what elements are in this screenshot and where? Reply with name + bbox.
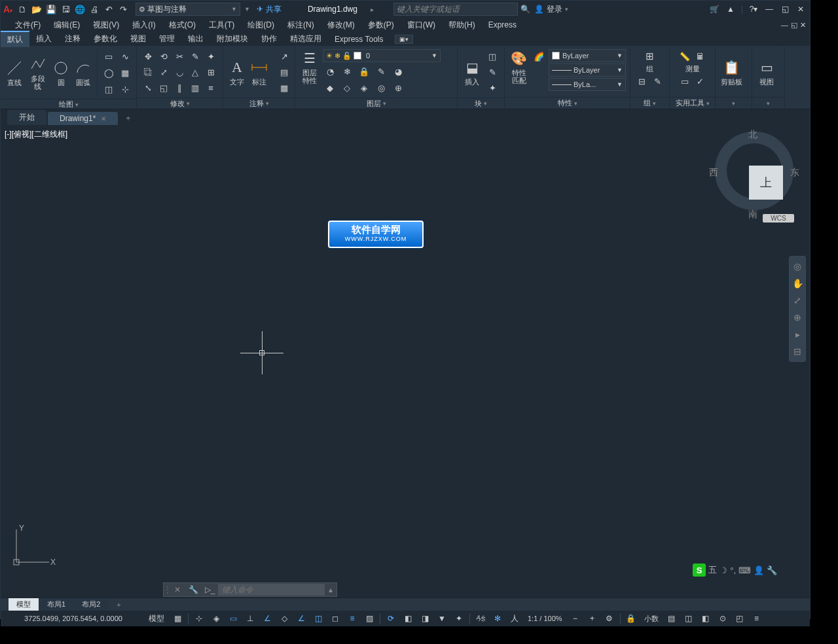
app-icon[interactable]: ▲: [725, 4, 736, 14]
layout-new[interactable]: +: [109, 599, 128, 610]
match-props-button[interactable]: 🎨特性 匹配: [509, 49, 529, 84]
annoviz-toggle[interactable]: ✻: [491, 613, 504, 624]
laycur-icon[interactable]: ◆: [323, 80, 337, 95]
showmotion-icon[interactable]: ▸: [792, 329, 803, 340]
chamfer-icon[interactable]: △: [188, 65, 202, 79]
new-icon[interactable]: 🗋: [16, 3, 28, 15]
annoscale-toggle[interactable]: ⅍: [474, 613, 487, 624]
erase-icon[interactable]: ✎: [188, 49, 202, 63]
explode-icon[interactable]: ✦: [204, 49, 218, 63]
view-base-button[interactable]: ▭视图: [756, 58, 777, 86]
close-icon[interactable]: ✕: [795, 4, 806, 14]
redo-icon[interactable]: ↷: [117, 3, 129, 15]
minimize-icon[interactable]: —: [764, 4, 774, 14]
menu-help[interactable]: 帮助(H): [442, 18, 482, 32]
layout-model[interactable]: 模型: [9, 598, 39, 611]
gizmo-toggle[interactable]: ✦: [452, 613, 465, 624]
measure-button[interactable]: 测量: [684, 65, 701, 73]
point-icon[interactable]: ⊹: [118, 82, 132, 96]
layer-selector[interactable]: ☀❄🔓0 ▼: [323, 49, 441, 62]
ribtab-insert[interactable]: 插入: [29, 31, 58, 46]
mirror-icon[interactable]: ⤢: [156, 65, 171, 79]
close-tab-icon[interactable]: ✕: [101, 115, 106, 122]
menu-param[interactable]: 参数(P): [361, 18, 401, 32]
cmd-handle-icon[interactable]: ⋮: [164, 585, 170, 594]
rect-icon[interactable]: ▭: [101, 49, 116, 63]
ime-bar[interactable]: S 五 ☽ °, ⌨ 👤 🔧: [693, 564, 777, 577]
search-input[interactable]: 键入关键字或短语: [393, 3, 518, 16]
cleanscreen-icon[interactable]: ◰: [733, 613, 746, 624]
block-attr-icon[interactable]: ✦: [485, 80, 500, 95]
menu-window[interactable]: 窗口(W): [401, 18, 442, 32]
ribtab-annot[interactable]: 注释: [58, 31, 87, 46]
coordinates[interactable]: 3725.0499, 2076.5454, 0.0000: [5, 615, 142, 622]
quickprops-icon[interactable]: ▤: [665, 613, 678, 624]
text-button[interactable]: A文字: [227, 58, 247, 86]
dynucs-toggle[interactable]: ◨: [418, 613, 431, 624]
orbit-icon[interactable]: ⊕: [792, 312, 803, 323]
laymch-icon[interactable]: ✎: [374, 64, 388, 79]
lwt-toggle[interactable]: ≡: [346, 613, 359, 624]
snap-toggle[interactable]: ⊹: [192, 613, 206, 624]
saveas-icon[interactable]: 🖫: [60, 3, 71, 15]
table-icon[interactable]: ▤: [277, 65, 291, 79]
ime-punct-icon[interactable]: °,: [730, 565, 736, 575]
osnap-toggle[interactable]: ◫: [312, 613, 325, 624]
ungroup-icon[interactable]: ⊟: [635, 74, 649, 88]
layer-props-button[interactable]: ☰图层 特性: [299, 49, 320, 84]
3dosnap2-toggle[interactable]: ◧: [401, 613, 414, 624]
ime-keyboard-icon[interactable]: ⌨: [738, 565, 751, 575]
doc-minimize-icon[interactable]: —: [781, 21, 788, 29]
ucs-icon[interactable]: YX: [10, 523, 56, 569]
doc-close-icon[interactable]: ✕: [800, 21, 806, 29]
web-icon[interactable]: 🌐: [74, 3, 86, 15]
lineweight-selector[interactable]: ByLayer▼: [549, 63, 626, 77]
ortho-toggle[interactable]: ⊥: [244, 613, 257, 624]
menu-edit[interactable]: 编辑(E): [47, 18, 86, 32]
annoauto-toggle[interactable]: 人: [508, 613, 521, 624]
steering-wheel-icon[interactable]: ◎: [792, 260, 803, 272]
customize-status-icon[interactable]: ≡: [750, 613, 763, 624]
layout-2[interactable]: 布局2: [74, 598, 108, 611]
ribbon-focus-toggle[interactable]: ▣▾: [395, 35, 413, 44]
clipboard-button[interactable]: 📋剪贴板: [720, 58, 744, 86]
line-button[interactable]: 直线: [5, 59, 24, 86]
quickcalc-icon[interactable]: ✓: [693, 74, 708, 88]
menu-format[interactable]: 格式(O): [162, 18, 202, 32]
zoom-minus[interactable]: −: [569, 613, 582, 624]
grid-toggle[interactable]: ▦: [171, 613, 184, 624]
ws-switch-icon[interactable]: ⚙: [603, 613, 616, 624]
color-wheel-icon[interactable]: 🌈: [532, 49, 546, 63]
undo-icon[interactable]: ↶: [103, 3, 115, 15]
menu-view[interactable]: 视图(V): [86, 18, 126, 32]
open-icon[interactable]: 📂: [31, 3, 43, 15]
ribtab-default[interactable]: 默认: [1, 31, 29, 47]
viewcube[interactable]: 北 上 西 东 南 WCS: [712, 132, 797, 223]
plot-icon[interactable]: 🖨: [88, 3, 100, 15]
isolate-icon[interactable]: ◧: [699, 613, 712, 624]
scale-display[interactable]: 1:1 / 100%: [525, 615, 565, 622]
zoom-plus[interactable]: +: [586, 613, 599, 624]
leader-icon[interactable]: ↗: [277, 49, 291, 63]
trim-icon[interactable]: ✂: [172, 49, 187, 63]
menu-dim[interactable]: 标注(N): [281, 18, 321, 32]
grid-icon[interactable]: ▥: [188, 80, 202, 95]
stretch-icon[interactable]: ⤡: [141, 80, 155, 95]
menu-draw[interactable]: 绘图(D): [241, 18, 281, 32]
doctab-new[interactable]: +: [119, 112, 137, 125]
spline-icon[interactable]: ∿: [118, 49, 132, 63]
polyline-button[interactable]: 多段线: [27, 55, 48, 90]
mtext-icon[interactable]: ▦: [277, 80, 291, 95]
menu-tools[interactable]: 工具(T): [202, 18, 241, 32]
fillet-icon[interactable]: ◡: [172, 65, 187, 79]
offset-icon[interactable]: ∥: [172, 80, 187, 95]
otrack-toggle[interactable]: ∠: [295, 613, 308, 624]
ribtab-addon[interactable]: 附加模块: [210, 31, 255, 46]
pan-icon[interactable]: ✋: [792, 277, 803, 289]
lockui-icon[interactable]: ◫: [682, 613, 695, 624]
workspace-selector[interactable]: ⚙草图与注释 ▼: [136, 3, 240, 16]
circle-button[interactable]: 圆: [51, 59, 71, 86]
move-icon[interactable]: ✥: [141, 49, 155, 63]
ime-moon-icon[interactable]: ☽: [720, 565, 727, 575]
selfilter-toggle[interactable]: ▼: [435, 613, 448, 624]
